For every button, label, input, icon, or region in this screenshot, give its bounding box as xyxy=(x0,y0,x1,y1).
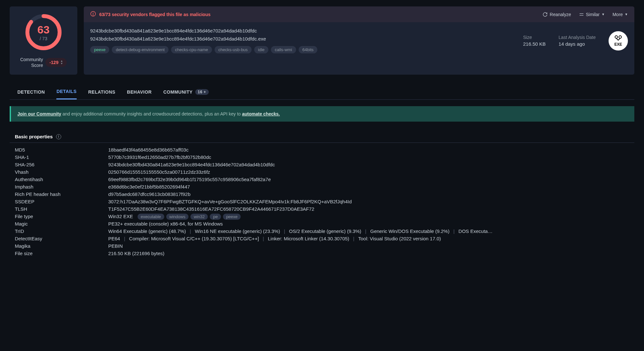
detection-gauge: 63 / 73 xyxy=(24,13,63,51)
community-banner: Join our Community and enjoy additional … xyxy=(10,106,634,122)
vhash-key: Vhash xyxy=(15,169,108,175)
tlsh-value: T1F5247C55B2E60DF4EA738138C4351616EA72FC… xyxy=(108,206,314,212)
sha256-key: SHA-256 xyxy=(15,162,108,167)
vote-arrows-icon[interactable]: ▲▼ xyxy=(60,60,63,65)
trid-item: OS/2 Executable (generic) (9.3%) xyxy=(289,228,361,234)
community-score-value: -129 xyxy=(49,60,58,65)
svg-point-4 xyxy=(93,15,93,15)
file-tags: peexedetect-debug-environmentchecks-cpu-… xyxy=(90,46,517,53)
trid-item: DOS Executa… xyxy=(458,228,493,234)
filetype-icon: EXE xyxy=(609,31,628,51)
magika-value: PEBIN xyxy=(108,243,123,249)
tlsh-key: TLSH xyxy=(15,206,108,212)
magic-key: Magic xyxy=(15,221,108,226)
similar-button[interactable]: Similar ▼ xyxy=(579,12,605,17)
sha1-value: 5770b7c3931f6ed12650ad27b7fb2bf0752b80dc xyxy=(108,154,211,160)
die-item: Compiler: Microsoft Visual C/C++ (19.30.… xyxy=(129,236,259,241)
community-score-badge[interactable]: -129 ▲▼ xyxy=(45,58,67,67)
reanalyze-button[interactable]: Reanalyze xyxy=(543,12,571,17)
trid-item: Generic Win/DOS Executable (9.2%) xyxy=(370,228,449,234)
file-name: 9243bdcbe30fbd430a841a623e9e1bcc894e4fdc… xyxy=(90,36,517,42)
svg-point-5 xyxy=(615,36,618,38)
community-score-label: Community Score xyxy=(20,57,43,68)
die-key: DetectItEasy xyxy=(15,236,108,241)
die-value: PE64|Compiler: Microsoft Visual C/C++ (1… xyxy=(108,236,441,241)
svg-point-6 xyxy=(619,36,621,38)
tab-relations[interactable]: RELATIONS xyxy=(88,84,115,99)
md5-key: MD5 xyxy=(15,147,108,152)
trid-item: Win64 Executable (generic) (48.7%) xyxy=(108,228,186,234)
file-tag[interactable]: calls-wmi xyxy=(271,46,296,53)
magic-value: PE32+ executable (console) x86-64, for M… xyxy=(108,221,223,226)
tabs: DETECTION DETAILS RELATIONS BEHAVIOR COM… xyxy=(10,84,634,100)
die-item: PE64 xyxy=(108,236,120,241)
vhash-value: 0250766d155515155550c5za00711z2dz33z6fz xyxy=(108,169,210,175)
authentihash-key: Authentihash xyxy=(15,177,108,182)
filetype-key: File type xyxy=(15,214,108,219)
tab-community[interactable]: COMMUNITY 16 + xyxy=(163,84,209,99)
tab-detection[interactable]: DETECTION xyxy=(17,84,45,99)
magika-key: Magika xyxy=(15,243,108,249)
tab-behavior[interactable]: BEHAVIOR xyxy=(127,84,152,99)
die-item: Linker: Microsoft Linker (14.30.30705) xyxy=(268,236,349,241)
trid-key: TrID xyxy=(15,228,108,234)
die-item: Tool: Visual Studio (2022 version 17.0) xyxy=(358,236,441,241)
richpe-value: d97b5aedc687dfcc9613cb083817f92b xyxy=(108,191,190,197)
file-tag[interactable]: detect-debug-environment xyxy=(112,46,168,53)
basic-properties-header: Basic properties i xyxy=(10,131,634,143)
tab-details[interactable]: DETAILS xyxy=(56,84,76,99)
richpe-key: Rich PE header hash xyxy=(15,191,108,197)
filetype-tag[interactable]: win32 xyxy=(190,214,208,220)
community-count-badge: 16 + xyxy=(195,89,209,95)
detection-total: / 73 xyxy=(37,36,50,41)
score-card: 63 / 73 Community Score -129 ▲▼ xyxy=(10,6,77,75)
filesize-value: 216.50 KB (221696 bytes) xyxy=(108,251,164,256)
trid-item: Win16 NE executable (generic) (23.3%) xyxy=(195,228,280,234)
info-icon[interactable]: i xyxy=(56,134,61,139)
filetype-value: Win32 EXEexecutablewindowswin32pepeexe xyxy=(108,214,241,219)
file-tag[interactable]: 64bits xyxy=(299,46,318,53)
file-tag[interactable]: checks-usb-bus xyxy=(215,46,252,53)
alert-icon xyxy=(90,11,96,18)
sha256-value: 9243bdcbe30fbd430a841a623e9e1bcc894e4fdc… xyxy=(108,162,275,167)
filetype-tag[interactable]: pe xyxy=(210,214,221,220)
file-hash: 9243bdcbe30fbd430a841a623e9e1bcc894e4fdc… xyxy=(90,28,517,33)
more-button[interactable]: More ▼ xyxy=(612,12,628,17)
alert-bar: 63/73 security vendors flagged this file… xyxy=(84,6,634,22)
chevron-down-icon: ▼ xyxy=(601,13,605,16)
detection-count: 63 xyxy=(37,23,50,36)
chevron-down-icon: ▼ xyxy=(625,13,628,16)
filesize-key: File size xyxy=(15,251,108,256)
date-value: 14 days ago xyxy=(559,41,596,47)
filetype-tag[interactable]: peexe xyxy=(223,214,241,220)
authentihash-value: 69eef9883fbd2c769bcf32e39b0d964b1f175195… xyxy=(108,177,271,182)
file-tag[interactable]: checks-cpu-name xyxy=(171,46,212,53)
size-value: 216.50 KB xyxy=(523,41,546,47)
file-tag[interactable]: peexe xyxy=(90,46,109,53)
ssdeep-key: SSDEEP xyxy=(15,199,108,204)
join-community-link[interactable]: Join our Community xyxy=(17,111,61,116)
size-label: Size xyxy=(523,35,546,40)
ssdeep-value: 3072:h17DaAz38w3vQ7F6PFwgBZTGFKQ+avVe+gG… xyxy=(108,199,352,204)
automate-checks-link[interactable]: automate checks. xyxy=(242,111,280,116)
filetype-tag[interactable]: windows xyxy=(166,214,189,220)
file-summary-card: 63/73 security vendors flagged this file… xyxy=(84,6,634,75)
filetype-tag[interactable]: executable xyxy=(138,214,164,220)
basic-properties-table: MD518baedf43f4a68455e8d36b657aff03c SHA-… xyxy=(10,143,634,260)
alert-text: 63/73 security vendors flagged this file… xyxy=(99,12,210,17)
imphash-value: e368d6bc3e0ef21bbf5b85202694f447 xyxy=(108,184,190,189)
file-tag[interactable]: idle xyxy=(254,46,268,53)
md5-value: 18baedf43f4a68455e8d36b657aff03c xyxy=(108,147,188,152)
imphash-key: Imphash xyxy=(15,184,108,189)
trid-value: Win64 Executable (generic) (48.7%)|Win16… xyxy=(108,228,493,234)
date-label: Last Analysis Date xyxy=(559,35,596,40)
sha1-key: SHA-1 xyxy=(15,154,108,160)
